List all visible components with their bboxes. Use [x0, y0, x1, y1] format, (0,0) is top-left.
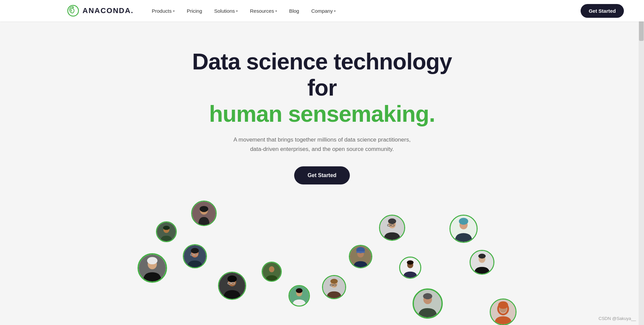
svg-point-51 [478, 254, 486, 259]
person-circle-1 [191, 201, 217, 226]
svg-point-1 [72, 7, 74, 8]
person-circle-9 [349, 245, 372, 268]
person-circle-7 [288, 285, 310, 307]
navbar: ANACONDA. Products ▾ Pricing Solutions ▾… [0, 0, 644, 21]
nav-item-resources[interactable]: Resources ▾ [245, 5, 282, 16]
person-circle-14 [470, 250, 494, 275]
hero-subtitle: A movement that brings together millions… [188, 135, 456, 155]
hero-title: Data science technology for human sensem… [188, 48, 456, 127]
svg-point-28 [330, 279, 338, 284]
main-content: Data science technology for human sensem… [0, 21, 644, 325]
person-circle-11 [399, 257, 421, 279]
watermark: CSDN @Sakuya__ [599, 316, 636, 321]
logo[interactable]: ANACONDA. [67, 5, 133, 17]
person-circle-4 [183, 244, 207, 268]
person-circle-6 [262, 262, 282, 282]
person-circle-13 [449, 215, 478, 243]
hero-title-line1: Data science technology for [192, 49, 452, 100]
svg-point-48 [459, 218, 468, 225]
nav-item-company[interactable]: Company ▾ [307, 5, 340, 16]
hero-get-started-button[interactable]: Get Started [294, 166, 350, 184]
people-area [121, 195, 523, 325]
svg-point-45 [423, 293, 432, 299]
nav-links: Products ▾ Pricing Solutions ▾ Resources… [147, 5, 340, 16]
person-circle-10 [379, 215, 405, 241]
nav-item-solutions[interactable]: Solutions ▾ [210, 5, 243, 16]
scrollbar[interactable] [639, 0, 644, 325]
person-circle-12 [413, 288, 443, 319]
anaconda-logo-icon [67, 5, 79, 17]
solutions-chevron-icon: ▾ [236, 9, 238, 13]
navbar-left: ANACONDA. Products ▾ Pricing Solutions ▾… [67, 5, 340, 17]
svg-point-37 [388, 219, 396, 224]
navbar-get-started-button[interactable]: Get Started [581, 4, 624, 18]
svg-rect-34 [356, 252, 365, 253]
svg-point-42 [407, 261, 414, 265]
svg-point-25 [296, 288, 303, 293]
person-circle-2 [156, 221, 177, 242]
nav-item-pricing[interactable]: Pricing [182, 5, 207, 16]
person-circle-15 [490, 299, 517, 325]
nav-item-blog[interactable]: Blog [284, 5, 304, 16]
company-chevron-icon: ▾ [334, 9, 336, 13]
person-circle-5 [218, 272, 246, 300]
svg-point-4 [200, 206, 208, 212]
products-chevron-icon: ▾ [173, 9, 175, 13]
nav-item-products[interactable]: Products ▾ [147, 5, 179, 16]
svg-point-13 [191, 248, 199, 254]
svg-point-22 [269, 266, 274, 272]
logo-text: ANACONDA. [83, 6, 133, 15]
person-circle-8 [322, 275, 346, 299]
svg-point-18 [227, 276, 237, 282]
hero-title-line2: human sensemaking. [209, 101, 435, 126]
person-circle-3 [138, 253, 167, 283]
hero-section: Data science technology for human sensem… [188, 48, 456, 184]
svg-point-7 [163, 226, 170, 230]
resources-chevron-icon: ▾ [275, 9, 277, 13]
svg-point-10 [147, 257, 158, 265]
